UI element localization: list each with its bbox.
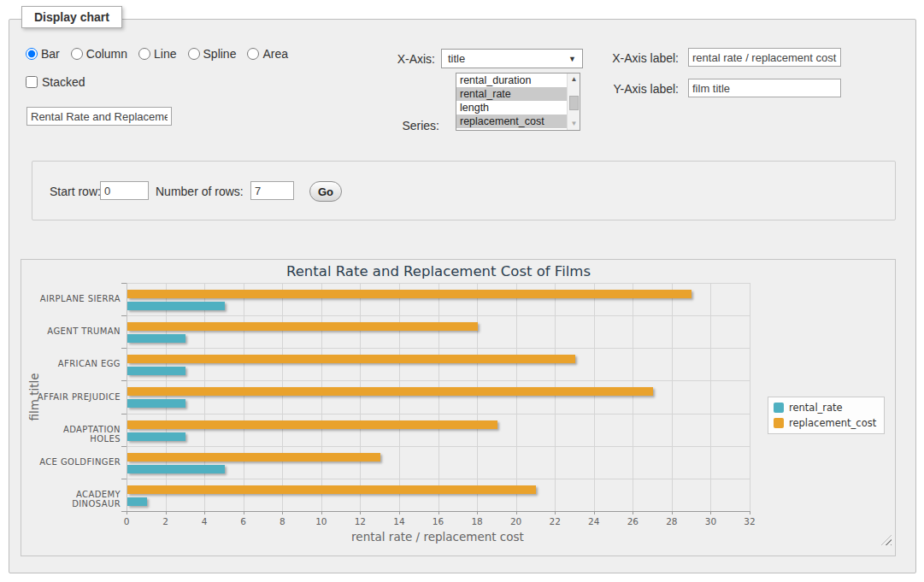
legend-label: rental_rate [789,402,843,414]
bar-replacement_cost[interactable] [127,290,692,298]
x-axis-label-input[interactable] [688,48,841,67]
scroll-down-icon[interactable]: ▼ [568,118,580,130]
bar-rental_rate[interactable] [127,334,185,343]
category-label: ACADEMY DINOSAUR [35,490,121,509]
series-multiselect[interactable]: rental_durationrental_ratelengthreplacem… [456,73,580,131]
chart-legend: rental_ratereplacement_cost [768,397,885,434]
gridline-vertical [321,283,322,511]
x-tick-label: 8 [269,516,295,526]
gridline-vertical [477,283,478,511]
x-tick-label: 26 [620,516,645,526]
x-tick-mark [750,511,750,514]
radio-area[interactable] [247,48,259,60]
number-of-rows-label: Number of rows: [156,185,244,198]
chart-title-input[interactable] [26,107,172,126]
bar-replacement_cost[interactable] [127,453,380,461]
chart-type-radio-column[interactable]: Column [71,47,127,61]
legend-item-rental_rate[interactable]: rental_rate [774,402,876,414]
gridline-horizontal [127,348,750,349]
series-option-rental_duration[interactable]: rental_duration [456,73,580,87]
chart-type-radio-area[interactable]: Area [247,47,288,61]
chart-type-radio-line[interactable]: Line [138,47,176,61]
radio-label: Line [154,47,176,61]
gridline-vertical [204,283,205,511]
x-axis-selected-value: title [448,52,465,65]
x-tick-label: 30 [697,516,723,526]
series-option-replacement_cost[interactable]: replacement_cost [456,115,580,128]
gridline-vertical [750,283,750,511]
series-option-rental_rate[interactable]: rental_rate [456,87,580,101]
radio-line[interactable] [138,48,150,60]
x-tick-label: 10 [309,516,334,526]
series-option-length[interactable]: length [456,101,580,115]
go-button[interactable]: Go [309,181,342,202]
x-tick-label: 2 [153,516,179,526]
y-axis-label-input[interactable] [688,79,841,97]
x-tick-label: 14 [386,516,412,526]
x-axis-select[interactable]: title ▼ [441,49,583,68]
x-tick-label: 22 [542,516,568,526]
bar-rental_rate[interactable] [127,302,225,310]
x-axis-label-field-label: X-Axis label: [598,51,679,65]
x-tick-label: 18 [464,516,490,526]
chart-type-radio-spline[interactable]: Spline [188,47,237,61]
gridline-vertical [633,283,633,511]
x-tick-label: 12 [347,516,373,526]
start-row-input[interactable] [100,181,149,200]
bar-replacement_cost[interactable] [127,485,536,494]
category-label: AGENT TRUMAN [35,326,121,336]
gridline-vertical [555,283,556,511]
page: Display chart BarColumnLineSplineArea St… [0,0,924,582]
bar-rental_rate[interactable] [127,367,185,375]
scrollbar-thumb[interactable] [569,96,579,110]
gridline-vertical [516,283,517,511]
gridline-horizontal [127,479,750,479]
x-tick-label: 24 [581,516,607,526]
x-axis-title: rental rate / replacement cost [267,530,609,544]
x-tick-label: 28 [659,516,685,526]
series-scrollbar[interactable]: ▲ ▼ [567,73,580,130]
legend-item-replacement_cost[interactable]: replacement_cost [774,417,876,429]
chart: Rental Rate and Replacement Cost of Film… [21,259,896,556]
category-label: AFRICAN EGG [35,359,121,368]
gridline-vertical [166,283,167,511]
radio-bar[interactable] [26,48,38,60]
category-label: ACE GOLDFINGER [35,457,121,467]
radio-label: Spline [203,47,237,61]
bar-replacement_cost[interactable] [127,420,497,429]
gridline-horizontal [127,446,750,447]
start-row-label: Start row: [50,185,101,198]
x-tick-label: 6 [231,516,256,526]
scroll-up-icon[interactable]: ▲ [568,73,580,85]
category-label: AFFAIR PREJUDICE [35,392,121,402]
bar-rental_rate[interactable] [127,399,185,408]
gridline-horizontal [127,414,750,414]
radio-label: Bar [41,47,60,61]
display-chart-legend: Display chart [21,6,122,28]
radio-spline[interactable] [188,48,200,60]
gridline-vertical [399,283,400,511]
bar-replacement_cost[interactable] [127,322,478,331]
stacked-checkbox[interactable] [26,76,38,88]
resize-handle[interactable] [881,535,892,545]
x-tick-label: 0 [114,516,139,526]
number-of-rows-input[interactable] [250,181,294,200]
x-tick-label: 20 [503,516,529,526]
radio-column[interactable] [71,48,83,60]
radio-label: Column [86,47,127,61]
series-select-label: Series: [368,119,439,132]
x-tick-label: 16 [426,516,451,526]
bar-rental_rate[interactable] [127,497,147,506]
bar-rental_rate[interactable] [127,465,225,473]
legend-swatch-icon [774,418,784,428]
category-label: AIRPLANE SIERRA [35,294,121,303]
stacked-checkbox-row[interactable]: Stacked [26,75,85,89]
gridline-horizontal [127,380,750,381]
category-label: ADAPTATION HOLES [35,425,121,444]
bar-rental_rate[interactable] [127,432,185,441]
y-axis-label-field-label: Y-Axis label: [598,82,679,96]
chart-type-radio-bar[interactable]: Bar [26,47,60,61]
gridline-horizontal [127,283,750,284]
bar-replacement_cost[interactable] [127,355,575,363]
bar-replacement_cost[interactable] [127,387,653,396]
